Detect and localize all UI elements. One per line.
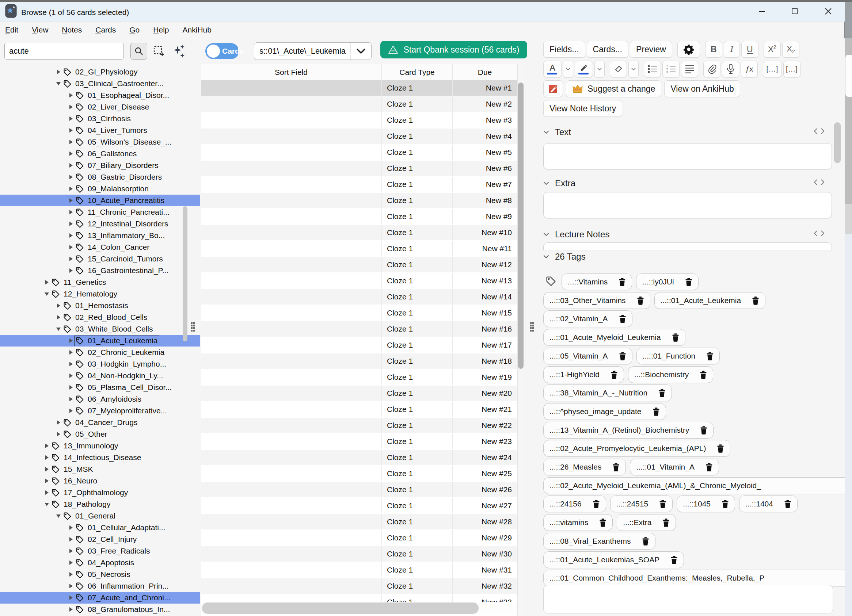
table-row[interactable]: Cloze 1New #11	[201, 241, 524, 257]
delete-tag-icon[interactable]	[594, 518, 606, 527]
tree-expand-arrow-icon[interactable]	[67, 185, 74, 193]
sidebar-item[interactable]: 06_Amyloidosis	[0, 393, 200, 405]
sidebar-item[interactable]: 07_Acute_and_Chroni...	[0, 592, 200, 604]
sidebar-item[interactable]: 02_GI_Physiology	[0, 66, 200, 78]
tree-expand-arrow-icon[interactable]	[67, 606, 74, 613]
start-qbank-session-button[interactable]: Start Qbank session (56 cards)	[380, 41, 527, 59]
table-row[interactable]: Cloze 1New #4	[201, 128, 524, 145]
sidebar-item[interactable]: 01_Hemostasis	[0, 300, 200, 312]
tree-expand-arrow-icon[interactable]	[55, 419, 62, 426]
cloze-same-card-icon[interactable]: [...]	[783, 60, 801, 77]
search-button[interactable]	[130, 43, 147, 60]
deck-filter-dropdown[interactable]: s::01\_Acute\_Leukemia	[254, 42, 372, 60]
sidebar-item[interactable]: 12_Intestinal_Disorders	[0, 218, 200, 230]
tree-expand-arrow-icon[interactable]	[67, 162, 74, 169]
table-row[interactable]: Cloze 1New #23	[201, 434, 524, 450]
table-row[interactable]: Cloze 1New #9	[201, 209, 524, 225]
text-color-chevron-icon[interactable]	[563, 60, 573, 77]
menu-item-go[interactable]: Go	[129, 26, 140, 34]
tree-expand-arrow-icon[interactable]	[67, 232, 74, 239]
sidebar-item[interactable]: 06_Gallstones	[0, 148, 200, 160]
tag-pill[interactable]: ...::03_Other_Vitamins	[543, 292, 650, 309]
field-input-text[interactable]	[543, 143, 832, 169]
sidebar-item[interactable]: 04_Apoptosis	[0, 557, 200, 569]
delete-tag-icon[interactable]	[607, 462, 619, 471]
tree-expand-arrow-icon[interactable]	[67, 244, 74, 251]
highlight-color-chevron-icon[interactable]	[594, 60, 605, 77]
sidebar-item[interactable]: 03_White_Blood_Cells	[0, 323, 200, 335]
table-row[interactable]: Cloze 1New #3	[201, 113, 524, 128]
sidebar-item[interactable]: 05_Necrosis	[0, 569, 200, 580]
image-occlusion-icon[interactable]	[543, 80, 563, 97]
table-row[interactable]: Cloze 1New #31	[201, 562, 524, 578]
tree-expand-arrow-icon[interactable]	[43, 442, 50, 449]
delete-tag-icon[interactable]	[716, 500, 729, 508]
tag-pill[interactable]: ...::vitamins	[543, 514, 613, 531]
tag-pill[interactable]: ...::1404	[739, 496, 798, 512]
html-editor-icon[interactable]	[814, 179, 825, 185]
tree-collapse-arrow-icon[interactable]	[43, 290, 50, 298]
sidebar-item[interactable]: 13_Immunology	[0, 440, 200, 452]
tag-pill[interactable]: ...::Biochemistry	[628, 366, 713, 383]
sidebar-item[interactable]: 03_Hodgkin_Lympho...	[0, 358, 200, 370]
delete-tag-icon[interactable]	[701, 352, 713, 360]
bullet-list-icon[interactable]	[644, 60, 661, 77]
menu-item-edit[interactable]: Edit	[5, 26, 18, 34]
tag-pill[interactable]: ...::24515	[610, 496, 673, 512]
delete-tag-icon[interactable]	[695, 426, 707, 435]
remove-formatting-icon[interactable]	[610, 60, 627, 77]
table-row[interactable]: Cloze 1New #6	[201, 161, 524, 177]
sidebar-item[interactable]: 06_Inflammation_Prin...	[0, 580, 200, 592]
field-header-text[interactable]: Text	[543, 127, 571, 137]
preview-button[interactable]: Preview	[630, 41, 672, 58]
sidebar-item[interactable]: 03_Free_Radicals	[0, 545, 200, 557]
sidebar-item[interactable]: 05_Plasma_Cell_Disor...	[0, 382, 200, 393]
tree-expand-arrow-icon[interactable]	[67, 139, 74, 146]
alignment-icon[interactable]	[681, 60, 698, 77]
collapse-chevron-icon[interactable]	[543, 181, 549, 185]
sidebar-scrollbar[interactable]	[183, 206, 187, 342]
delete-tag-icon[interactable]	[587, 500, 600, 508]
tree-expand-arrow-icon[interactable]	[67, 127, 74, 134]
tag-pill[interactable]: ...::13_Vitamin_A_(Retinol)_Biochemistry	[543, 422, 713, 438]
minimize-icon[interactable]	[753, 4, 770, 19]
sidebar-item[interactable]: 05_Wilson's_Disease_...	[0, 136, 200, 148]
html-editor-icon[interactable]	[814, 230, 825, 236]
numbered-list-icon[interactable]: 123	[662, 60, 680, 77]
fields-scrollbar-thumb[interactable]	[834, 122, 841, 163]
table-row[interactable]: Cloze 1New #27	[201, 498, 524, 514]
tag-pill[interactable]: ...::01_Common_Childhood_Exanthems:_Meas…	[543, 569, 845, 586]
tree-expand-arrow-icon[interactable]	[43, 454, 50, 461]
sidebar-item[interactable]: 14_Colon_Cancer	[0, 241, 200, 253]
tag-pill[interactable]: ...::02_Vitamin_A	[543, 310, 632, 327]
tree-expand-arrow-icon[interactable]	[67, 559, 74, 566]
tree-expand-arrow-icon[interactable]	[67, 337, 74, 344]
tree-expand-arrow-icon[interactable]	[67, 349, 74, 356]
table-row[interactable]: Cloze 1New #17	[201, 337, 524, 354]
table-row[interactable]: Cloze 1New #26	[201, 482, 524, 498]
table-row[interactable]: Cloze 1New #20	[201, 386, 524, 402]
chevron-down-icon[interactable]	[350, 43, 371, 60]
delete-tag-icon[interactable]	[647, 407, 660, 416]
table-row[interactable]: Cloze 1New #13	[201, 273, 524, 289]
column-header-due[interactable]: Due	[453, 64, 517, 80]
tree-expand-arrow-icon[interactable]	[55, 314, 62, 321]
underline-button[interactable]: U	[741, 41, 758, 58]
sidebar-item[interactable]: 14_Infectious_Disease	[0, 452, 200, 463]
field-header-lecture-notes[interactable]: Lecture Notes	[543, 229, 609, 239]
table-horizontal-scrollbar-thumb[interactable]	[202, 602, 479, 614]
sidebar-item[interactable]: 11_Chronic_Pancreati...	[0, 206, 200, 218]
tree-expand-arrow-icon[interactable]	[43, 279, 50, 286]
tag-pill[interactable]: ...::01_Acute_Myeloid_Leukemia	[543, 329, 686, 346]
tree-expand-arrow-icon[interactable]	[67, 594, 74, 601]
tree-expand-arrow-icon[interactable]	[67, 524, 74, 531]
tag-pill[interactable]: ...::01_Function	[636, 348, 720, 364]
select-notes-icon[interactable]	[153, 43, 166, 60]
delete-tag-icon[interactable]	[712, 444, 724, 453]
tag-pill[interactable]: ...::1045	[677, 496, 735, 512]
table-row[interactable]: Cloze 1New #32	[201, 578, 524, 595]
tree-expand-arrow-icon[interactable]	[67, 571, 74, 578]
sidebar-item[interactable]: 15_MSK	[0, 463, 200, 475]
collapse-chevron-icon[interactable]	[543, 233, 549, 236]
tree-expand-arrow-icon[interactable]	[67, 255, 74, 262]
